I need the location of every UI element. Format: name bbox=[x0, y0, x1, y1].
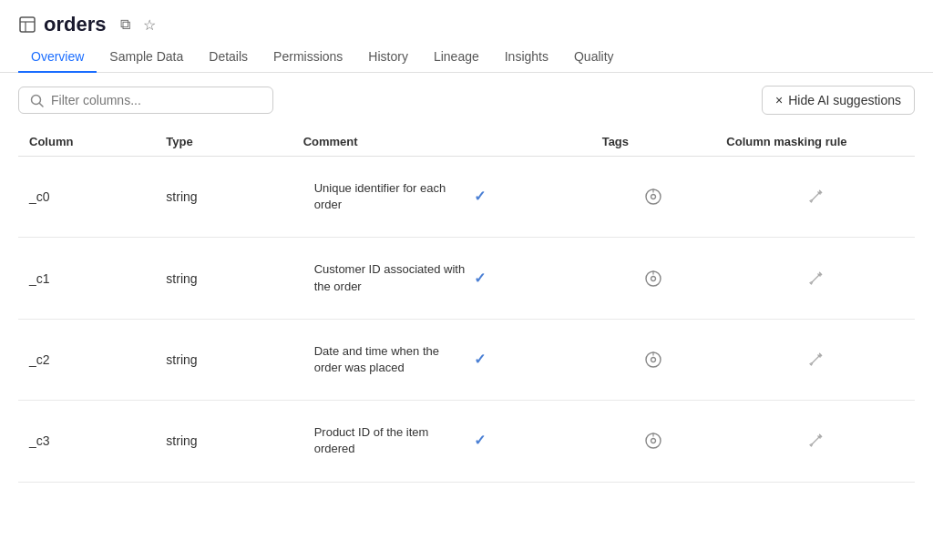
tags-cell bbox=[591, 401, 716, 482]
column-type: string bbox=[155, 157, 292, 238]
hide-ai-button[interactable]: × Hide AI suggestions bbox=[762, 86, 915, 115]
edit-icon[interactable] bbox=[726, 433, 904, 449]
comment-text: Product ID of the item ordered bbox=[314, 425, 429, 455]
comment-box[interactable]: Date and time when the order was placed … bbox=[303, 334, 495, 385]
close-icon: × bbox=[775, 93, 783, 107]
comment-text: Customer ID associated with the order bbox=[314, 262, 465, 292]
tab-permissions[interactable]: Permissions bbox=[261, 42, 355, 73]
tags-cell bbox=[591, 319, 716, 400]
svg-point-6 bbox=[651, 195, 655, 199]
header-actions: ⧉ ☆ bbox=[117, 15, 159, 36]
th-tags: Tags bbox=[591, 127, 716, 157]
tab-sample-data[interactable]: Sample Data bbox=[97, 42, 196, 73]
tab-history[interactable]: History bbox=[355, 42, 421, 73]
comment-box[interactable]: Customer ID associated with the order ✓ bbox=[303, 252, 495, 303]
check-icon: ✓ bbox=[474, 431, 486, 451]
comment-text: Unique identifier for each order bbox=[314, 181, 446, 211]
column-type: string bbox=[155, 238, 292, 319]
columns-table: Column Type Comment Tags Column masking … bbox=[18, 127, 915, 483]
masking-cell bbox=[715, 401, 915, 482]
svg-line-4 bbox=[40, 103, 44, 107]
check-icon: ✓ bbox=[474, 187, 486, 207]
edit-icon[interactable] bbox=[726, 351, 904, 368]
tab-details[interactable]: Details bbox=[196, 42, 261, 73]
tags-cell bbox=[591, 238, 716, 319]
column-type: string bbox=[155, 319, 292, 400]
check-icon: ✓ bbox=[474, 350, 486, 370]
table-row: _c3 string Product ID of the item ordere… bbox=[18, 401, 915, 482]
column-name: _c0 bbox=[18, 157, 155, 238]
column-name: _c1 bbox=[18, 238, 155, 319]
masking-cell bbox=[715, 157, 915, 238]
search-icon bbox=[30, 94, 44, 107]
table-container: Column Type Comment Tags Column masking … bbox=[0, 127, 933, 483]
comment-cell: Date and time when the order was placed … bbox=[292, 319, 591, 400]
table-row: _c0 string Unique identifier for each or… bbox=[18, 157, 915, 238]
tag-icon[interactable] bbox=[602, 351, 705, 369]
check-icon: ✓ bbox=[474, 268, 486, 288]
svg-rect-0 bbox=[20, 17, 35, 32]
tags-cell bbox=[591, 157, 716, 238]
app-container: orders ⧉ ☆ Overview Sample Data Details … bbox=[0, 0, 933, 560]
column-type: string bbox=[155, 401, 292, 482]
table-icon bbox=[18, 15, 36, 34]
table-row: _c1 string Customer ID associated with t… bbox=[18, 238, 915, 319]
tag-icon[interactable] bbox=[602, 270, 705, 288]
tab-quality[interactable]: Quality bbox=[561, 42, 627, 73]
th-column: Column bbox=[18, 127, 155, 157]
svg-point-10 bbox=[651, 276, 655, 280]
copy-button[interactable]: ⧉ bbox=[117, 15, 134, 35]
search-box[interactable] bbox=[18, 87, 273, 114]
comment-text: Date and time when the order was placed bbox=[314, 344, 439, 374]
comment-cell: Customer ID associated with the order ✓ bbox=[292, 238, 591, 319]
svg-point-14 bbox=[651, 357, 655, 361]
masking-cell bbox=[715, 319, 915, 400]
th-comment: Comment bbox=[292, 127, 591, 157]
tab-overview[interactable]: Overview bbox=[18, 42, 97, 73]
svg-point-18 bbox=[651, 439, 655, 443]
toolbar: × Hide AI suggestions bbox=[0, 73, 933, 127]
column-name: _c2 bbox=[18, 319, 155, 400]
edit-icon[interactable] bbox=[726, 270, 904, 287]
tag-icon[interactable] bbox=[602, 432, 705, 450]
comment-cell: Unique identifier for each order ✓ bbox=[292, 157, 591, 238]
tab-lineage[interactable]: Lineage bbox=[421, 42, 492, 73]
table-row: _c2 string Date and time when the order … bbox=[18, 319, 915, 400]
comment-box[interactable]: Product ID of the item ordered ✓ bbox=[303, 415, 495, 466]
comment-cell: Product ID of the item ordered ✓ bbox=[292, 401, 591, 482]
nav-tabs: Overview Sample Data Details Permissions… bbox=[0, 42, 933, 73]
tab-insights[interactable]: Insights bbox=[492, 42, 561, 73]
column-name: _c3 bbox=[18, 401, 155, 482]
th-masking: Column masking rule bbox=[715, 127, 915, 157]
header: orders ⧉ ☆ bbox=[0, 0, 933, 36]
table-header-row: Column Type Comment Tags Column masking … bbox=[18, 127, 915, 157]
hide-ai-label: Hide AI suggestions bbox=[788, 93, 901, 107]
comment-box[interactable]: Unique identifier for each order ✓ bbox=[303, 171, 495, 222]
search-input[interactable] bbox=[51, 93, 261, 107]
page-title: orders bbox=[44, 13, 106, 36]
masking-cell bbox=[715, 238, 915, 319]
star-button[interactable]: ☆ bbox=[139, 15, 159, 36]
tag-icon[interactable] bbox=[602, 188, 705, 206]
edit-icon[interactable] bbox=[726, 188, 904, 205]
th-type: Type bbox=[155, 127, 292, 157]
